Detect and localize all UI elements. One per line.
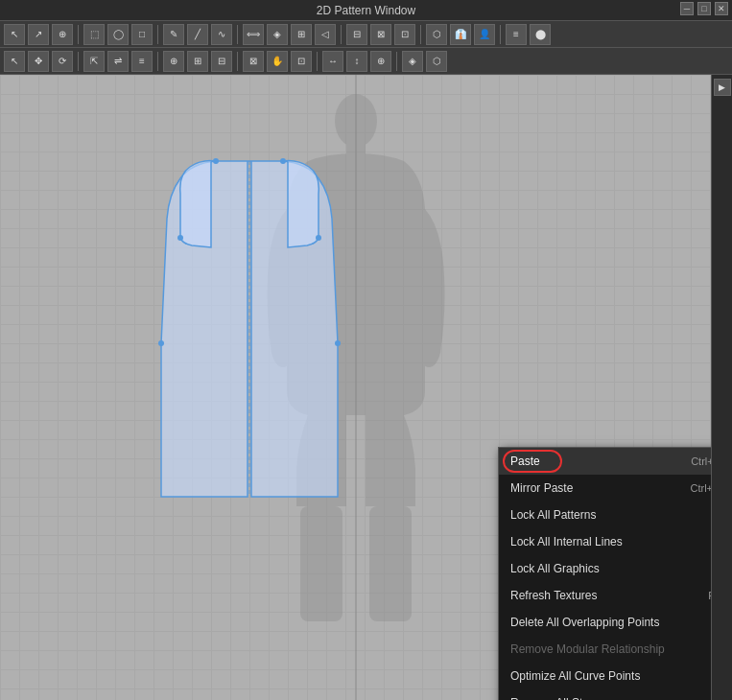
separator-5 <box>420 25 421 44</box>
menu-item-remove-steam[interactable]: Remove All Steam <box>499 689 711 700</box>
menu-item-optimize-curve[interactable]: Optimize All Curve Points <box>499 663 711 689</box>
tool2-extra[interactable]: ⬡ <box>426 51 447 72</box>
menu-label-paste: Paste <box>510 455 540 468</box>
maximize-button[interactable]: □ <box>697 2 711 15</box>
menu-item-mirror-paste[interactable]: Mirror Paste Ctrl+R <box>499 475 711 502</box>
tool-select[interactable]: ↗ <box>28 24 49 45</box>
menu-shortcut-paste: Ctrl+V <box>691 455 711 467</box>
tool2-rotate[interactable]: ⟳ <box>52 51 73 72</box>
tool-grade[interactable]: ◈ <box>267 24 288 45</box>
svg-point-5 <box>177 235 183 241</box>
svg-point-9 <box>158 340 164 346</box>
tool-seam[interactable]: ⊟ <box>346 24 367 45</box>
tool2-flip[interactable]: ⇌ <box>107 51 129 72</box>
window-title: 2D Pattern Window <box>317 4 415 17</box>
menu-label-lock-internal: Lock All Internal Lines <box>510 535 623 548</box>
tool2-pan[interactable]: ✋ <box>267 51 288 72</box>
menu-shortcut-refresh-textures: F5 <box>708 590 711 601</box>
menu-item-delete-overlapping[interactable]: Delete All Overlapping Points <box>499 609 711 636</box>
tool2-align[interactable]: ≡ <box>131 51 153 72</box>
separator-1 <box>78 25 79 44</box>
tool2-view2[interactable]: ↕ <box>346 51 367 72</box>
separator-2 <box>157 25 158 44</box>
tool2-view1[interactable]: ↔ <box>322 51 343 72</box>
toolbar-row-2: ↖ ✥ ⟳ ⇱ ⇌ ≡ ⊕ ⊞ ⊟ ⊠ ✋ ⊡ ↔ ↕ ⊕ ◈ ⬡ <box>0 48 732 75</box>
tool-extra2[interactable]: ⬤ <box>530 24 551 45</box>
menu-label-delete-overlapping: Delete All Overlapping Points <box>510 616 659 629</box>
separator-3 <box>237 25 238 44</box>
tool2-snap[interactable]: ⊕ <box>163 51 184 72</box>
tool-transform[interactable]: ⊕ <box>52 24 73 45</box>
menu-item-remove-modular[interactable]: Remove Modular Relationship <box>499 636 711 663</box>
separator-4 <box>341 25 342 44</box>
canvas-area[interactable]: Paste Ctrl+V Mirror Paste Ctrl+R Lock Al… <box>0 75 711 700</box>
tool2-grid[interactable]: ⊞ <box>187 51 208 72</box>
svg-point-0 <box>335 94 377 148</box>
separator2-5 <box>396 52 397 71</box>
context-menu: Paste Ctrl+V Mirror Paste Ctrl+R Lock Al… <box>498 447 711 700</box>
menu-label-lock-patterns: Lock All Patterns <box>510 508 596 522</box>
tool-dart[interactable]: ◁ <box>315 24 336 45</box>
separator2-4 <box>317 52 318 71</box>
tool-polygon[interactable]: ⬚ <box>83 24 105 45</box>
sidebar-arrow-right[interactable]: ▶ <box>714 79 731 96</box>
separator2-2 <box>157 52 158 71</box>
menu-label-optimize-curve: Optimize All Curve Points <box>510 669 640 683</box>
tool-texture[interactable]: ⬡ <box>426 24 447 45</box>
tool-measure[interactable]: ⟺ <box>243 24 264 45</box>
svg-rect-3 <box>369 506 412 621</box>
tool-line[interactable]: ╱ <box>187 24 208 45</box>
menu-item-refresh-textures[interactable]: Refresh Textures F5 <box>499 582 711 609</box>
separator2-3 <box>237 52 238 71</box>
menu-item-lock-patterns[interactable]: Lock All Patterns <box>499 502 711 528</box>
menu-label-remove-modular: Remove Modular Relationship <box>510 642 665 656</box>
close-button[interactable]: ✕ <box>715 2 728 15</box>
tool-pen[interactable]: ✎ <box>163 24 184 45</box>
separator2-1 <box>78 52 79 71</box>
minimize-button[interactable]: ─ <box>680 2 694 15</box>
toolbar-row-1: ↖ ↗ ⊕ ⬚ ◯ □ ✎ ╱ ∿ ⟺ ◈ ⊞ ◁ ⊟ ⊠ ⊡ ⬡ 👔 👤 ≡ … <box>0 21 732 48</box>
tool-notch[interactable]: ⊞ <box>291 24 312 45</box>
svg-point-6 <box>316 235 321 241</box>
pattern-pieces <box>134 152 365 688</box>
tool-circle[interactable]: ◯ <box>107 24 129 45</box>
menu-item-lock-internal[interactable]: Lock All Internal Lines <box>499 528 711 555</box>
svg-point-8 <box>280 158 286 164</box>
tool-arrow[interactable]: ↖ <box>4 24 25 45</box>
tool2-view3[interactable]: ⊕ <box>370 51 391 72</box>
tool-fold[interactable]: ⊠ <box>370 24 391 45</box>
menu-shortcut-mirror-paste: Ctrl+R <box>691 482 711 494</box>
tool2-fit[interactable]: ⊡ <box>291 51 312 72</box>
tool-mirror[interactable]: ⊡ <box>394 24 415 45</box>
tool-garment[interactable]: 👔 <box>450 24 471 45</box>
tool-curve[interactable]: ∿ <box>211 24 232 45</box>
title-bar: 2D Pattern Window ─ □ ✕ <box>0 0 732 21</box>
menu-label-refresh-textures: Refresh Textures <box>510 589 598 602</box>
tool-rect[interactable]: □ <box>131 24 153 45</box>
right-sidebar: ▶ <box>711 75 732 700</box>
tool2-move[interactable]: ✥ <box>28 51 49 72</box>
svg-point-7 <box>213 158 219 164</box>
separator-6 <box>500 25 501 44</box>
tool2-guide[interactable]: ⊟ <box>211 51 232 72</box>
menu-item-lock-graphics[interactable]: Lock All Graphics <box>499 555 711 582</box>
menu-label-remove-steam: Remove All Steam <box>510 696 605 700</box>
window-controls[interactable]: ─ □ ✕ <box>680 2 728 15</box>
menu-item-paste[interactable]: Paste Ctrl+V <box>499 448 711 475</box>
svg-point-10 <box>335 340 341 346</box>
tool2-zoom[interactable]: ⊠ <box>243 51 264 72</box>
menu-label-lock-graphics: Lock All Graphics <box>510 562 600 575</box>
tool2-select[interactable]: ↖ <box>4 51 25 72</box>
menu-label-mirror-paste: Mirror Paste <box>510 481 573 495</box>
main-area: Paste Ctrl+V Mirror Paste Ctrl+R Lock Al… <box>0 75 732 700</box>
tool2-settings[interactable]: ◈ <box>402 51 423 72</box>
tool-extra1[interactable]: ≡ <box>506 24 527 45</box>
tool2-scale[interactable]: ⇱ <box>83 51 105 72</box>
tool-avatar[interactable]: 👤 <box>474 24 495 45</box>
